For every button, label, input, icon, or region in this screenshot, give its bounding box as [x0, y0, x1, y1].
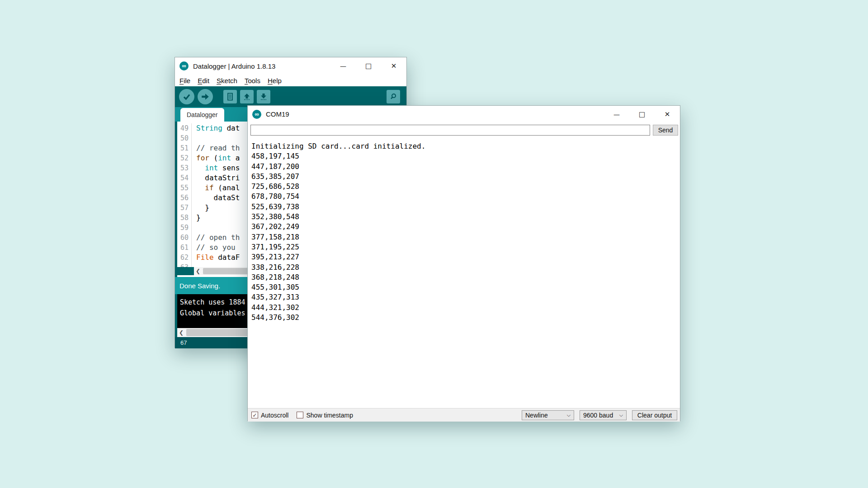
- serial-output-line: Initializing SD card...card initialized.: [251, 141, 680, 151]
- code-text: [192, 133, 196, 143]
- code-text: // so you: [192, 243, 240, 253]
- line-number: 52: [177, 153, 192, 163]
- line-ending-value: Newline: [525, 412, 548, 419]
- serial-output-line: 725,686,528: [251, 182, 680, 192]
- send-button[interactable]: Send: [653, 125, 678, 136]
- line-number: 58: [177, 213, 192, 223]
- serial-input-row: Send: [248, 122, 680, 139]
- menu-item[interactable]: Tools: [245, 77, 260, 84]
- baud-rate-select[interactable]: 9600 baud ⌵: [580, 410, 627, 420]
- code-text: dataSt: [192, 193, 240, 203]
- code-text: File dataF: [192, 253, 240, 263]
- arrow-up-icon: [243, 93, 251, 101]
- maximize-button[interactable]: □: [629, 106, 655, 122]
- code-text: [192, 263, 196, 267]
- show-timestamp-label: Show timestamp: [306, 412, 353, 419]
- serial-output-line: 458,197,145: [251, 151, 680, 161]
- serial-output-line: 635,385,207: [251, 172, 680, 182]
- code-text: if (anal: [192, 183, 240, 193]
- line-number: 60: [177, 233, 192, 243]
- menu-item[interactable]: Edit: [198, 77, 209, 84]
- new-sketch-button[interactable]: [223, 90, 237, 103]
- line-number: 53: [177, 163, 192, 173]
- code-text: int sens: [192, 163, 240, 173]
- serial-output-line: 525,639,738: [251, 202, 680, 212]
- serial-output-line: 338,216,228: [251, 263, 680, 272]
- upload-button[interactable]: [198, 89, 213, 104]
- autoscroll-label: Autoscroll: [261, 412, 288, 419]
- code-text: // read th: [192, 143, 240, 153]
- serial-output[interactable]: Initializing SD card...card initialized.…: [248, 139, 680, 408]
- menu-item[interactable]: Help: [268, 77, 282, 84]
- check-icon: [182, 92, 191, 101]
- serial-output-line: 678,780,754: [251, 192, 680, 202]
- window-title: Datalogger | Arduino 1.8.13: [193, 62, 275, 70]
- save-sketch-button[interactable]: [257, 90, 270, 103]
- serial-output-line: 377,158,218: [251, 232, 680, 242]
- line-number: 57: [177, 203, 192, 213]
- code-text: for (int a: [192, 153, 240, 163]
- serial-output-line: 395,213,227: [251, 252, 680, 262]
- verify-button[interactable]: [179, 89, 194, 104]
- scroll-left-arrow-icon[interactable]: ❮: [194, 268, 202, 274]
- line-number: 59: [177, 223, 192, 233]
- close-button[interactable]: ✕: [655, 106, 680, 122]
- magnifier-icon: [389, 93, 397, 101]
- show-timestamp-checkbox[interactable]: [297, 412, 303, 418]
- line-number: 50: [177, 133, 192, 143]
- serial-input[interactable]: [250, 125, 650, 136]
- arduino-logo-icon: ∞: [179, 61, 189, 70]
- autoscroll-checkbox[interactable]: ✓: [251, 412, 258, 418]
- serial-output-line: 435,327,313: [251, 292, 680, 302]
- line-number: 55: [177, 183, 192, 193]
- line-number: 54: [177, 173, 192, 183]
- document-icon: [226, 93, 234, 101]
- close-button[interactable]: ✕: [381, 57, 406, 75]
- arduino-logo-icon: ∞: [252, 110, 261, 119]
- serial-bottom-bar: ✓ Autoscroll Show timestamp Newline ⌵ 96…: [248, 408, 680, 422]
- arrow-right-icon: [201, 92, 210, 101]
- scroll-left-arrow-icon[interactable]: ❮: [177, 329, 185, 336]
- minimize-button[interactable]: —: [604, 106, 629, 122]
- arduino-title-bar[interactable]: ∞ Datalogger | Arduino 1.8.13 — □ ✕: [175, 57, 406, 75]
- minimize-button[interactable]: —: [330, 57, 356, 75]
- serial-window-title: COM19: [266, 110, 289, 118]
- baud-rate-value: 9600 baud: [583, 412, 613, 419]
- line-number: 62: [177, 253, 192, 263]
- line-number: 63: [177, 263, 192, 267]
- line-number: 49: [177, 123, 192, 133]
- serial-output-line: 371,195,225: [251, 242, 680, 252]
- serial-output-line: 367,202,249: [251, 222, 680, 232]
- tab-datalogger[interactable]: Datalogger: [180, 108, 224, 122]
- code-text: // open th: [192, 233, 240, 243]
- open-sketch-button[interactable]: [240, 90, 254, 103]
- serial-monitor-button[interactable]: [387, 90, 400, 103]
- cursor-line-indicator: 67: [180, 339, 187, 346]
- status-text: Done Saving.: [179, 282, 220, 290]
- serial-output-line: 352,380,548: [251, 212, 680, 222]
- menu-bar: File Edit Sketch Tools Help: [175, 75, 406, 86]
- code-text: }: [192, 213, 201, 223]
- serial-output-line: 444,321,302: [251, 303, 680, 313]
- code-text: }: [192, 203, 209, 213]
- arrow-down-icon: [259, 93, 268, 101]
- clear-output-button[interactable]: Clear output: [632, 410, 677, 420]
- serial-output-line: 455,301,305: [251, 282, 680, 292]
- chevron-down-icon: ⌵: [567, 412, 574, 418]
- menu-item[interactable]: File: [179, 77, 190, 84]
- code-text: dataStri: [192, 173, 240, 183]
- line-number: 61: [177, 243, 192, 253]
- line-ending-select[interactable]: Newline ⌵: [522, 410, 574, 420]
- code-text: [192, 223, 196, 233]
- serial-monitor-window: ∞ COM19 — □ ✕ Send Initializing SD card.…: [247, 105, 680, 421]
- serial-title-bar[interactable]: ∞ COM19 — □ ✕: [248, 106, 680, 122]
- toolbar: [175, 86, 406, 107]
- serial-output-line: 447,187,200: [251, 162, 680, 172]
- line-number: 56: [177, 193, 192, 203]
- line-number: 51: [177, 143, 192, 153]
- code-text: String dat: [192, 123, 240, 133]
- chevron-down-icon: ⌵: [619, 412, 626, 418]
- maximize-button[interactable]: □: [356, 57, 381, 75]
- serial-output-line: 544,376,302: [251, 313, 680, 323]
- menu-item[interactable]: Sketch: [217, 77, 237, 84]
